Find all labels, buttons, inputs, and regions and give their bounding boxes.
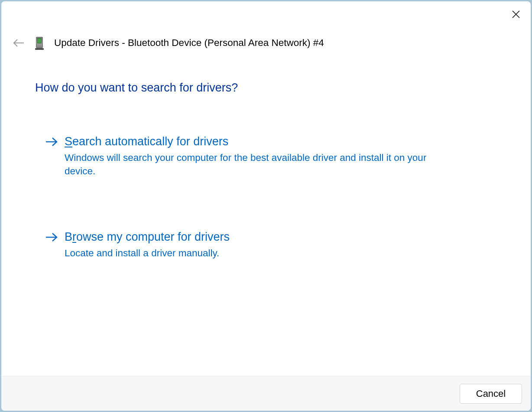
option-title: Search automatically for drivers [65, 134, 428, 149]
back-button[interactable] [13, 37, 25, 49]
update-drivers-wizard: Update Drivers - Bluetooth Device (Perso… [1, 1, 531, 411]
cancel-button[interactable]: Cancel [460, 384, 522, 404]
wizard-header: Update Drivers - Bluetooth Device (Perso… [1, 24, 531, 50]
arrow-right-icon [45, 231, 58, 244]
arrow-left-icon [13, 39, 25, 47]
option-text: Browse my computer for drivers Locate an… [65, 230, 230, 260]
wizard-footer: Cancel [1, 376, 531, 411]
device-icon [35, 36, 44, 50]
wizard-heading: How do you want to search for drivers? [35, 81, 498, 95]
option-title: Browse my computer for drivers [65, 230, 230, 245]
option-text: Search automatically for drivers Windows… [65, 134, 428, 178]
close-button[interactable] [511, 9, 521, 20]
arrow-right-icon [45, 135, 58, 148]
close-icon [512, 10, 520, 19]
option-browse-computer[interactable]: Browse my computer for drivers Locate an… [45, 230, 498, 260]
wizard-title: Update Drivers - Bluetooth Device (Perso… [54, 37, 324, 49]
option-search-automatically[interactable]: Search automatically for drivers Windows… [45, 134, 498, 178]
wizard-content: How do you want to search for drivers? S… [1, 50, 531, 376]
option-description: Locate and install a driver manually. [65, 246, 230, 260]
titlebar [1, 1, 531, 24]
option-description: Windows will search your computer for th… [65, 151, 428, 178]
